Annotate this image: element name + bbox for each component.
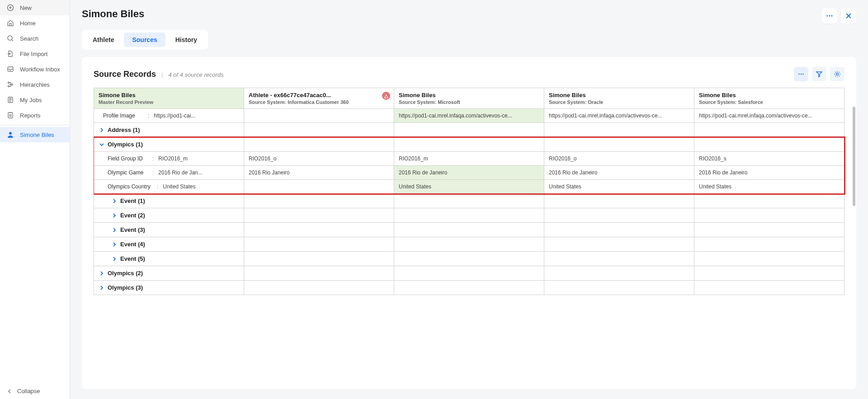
tabs: Athlete Sources History: [82, 30, 208, 50]
svg-point-9: [827, 15, 828, 17]
svg-point-13: [801, 74, 802, 75]
warning-badge-icon: △: [382, 92, 390, 100]
close-button[interactable]: [841, 8, 856, 23]
column-header-source: Simone Biles Source System: Microsoft: [394, 88, 544, 109]
table-row: Olympic Game:2016 Rio de Jan... 2016 Rio…: [94, 166, 844, 180]
svg-point-5: [12, 84, 13, 85]
reports-icon: [6, 111, 14, 119]
filter-button[interactable]: [812, 67, 826, 81]
card-subtitle: 4 of 4 source records: [168, 71, 223, 78]
sidebar-item-search[interactable]: Search: [0, 31, 70, 46]
svg-point-14: [802, 74, 804, 75]
sidebar: New Home Search File Import Workflow Inb…: [0, 0, 70, 399]
collapse-label: Collapse: [17, 388, 40, 394]
card-title: Source Records: [94, 70, 156, 79]
filter-icon: [816, 70, 823, 78]
column-header-source: Athlete - ex66c77ce47acac0... Source Sys…: [244, 88, 394, 109]
table-group-row[interactable]: Event (5): [94, 252, 844, 266]
sidebar-item-record[interactable]: Simone Biles: [0, 127, 70, 142]
hierarchy-icon: [6, 80, 14, 89]
chevron-right-icon: [99, 270, 105, 277]
table-group-row[interactable]: Address (1): [94, 123, 844, 137]
main-content: Simone Biles Athlete Sources History Sou…: [70, 0, 868, 399]
sidebar-item-label: File Import: [20, 51, 47, 57]
search-icon: [6, 34, 14, 42]
sidebar-item-label: Simone Biles: [20, 131, 54, 138]
table-group-row[interactable]: Event (3): [94, 223, 844, 237]
close-icon: [845, 12, 852, 19]
table-group-row[interactable]: Event (4): [94, 237, 844, 252]
table-group-row[interactable]: Olympics (2): [94, 266, 844, 281]
chevron-right-icon: [111, 212, 118, 219]
source-records-table: Simone Biles Master Record Preview Athle…: [94, 88, 856, 295]
sidebar-item-label: My Jobs: [20, 97, 42, 103]
svg-point-8: [9, 132, 12, 135]
inbox-icon: [6, 65, 14, 73]
sidebar-item-workflow-inbox[interactable]: Workflow Inbox: [0, 61, 70, 77]
jobs-icon: [6, 96, 14, 104]
more-horizontal-icon: [797, 70, 805, 78]
chevron-down-icon: [99, 141, 105, 148]
sidebar-item-new[interactable]: New: [0, 0, 70, 15]
sidebar-item-hierarchies[interactable]: Hierarchies: [0, 77, 70, 92]
sidebar-item-label: Search: [20, 35, 38, 42]
tab-athlete[interactable]: Athlete: [85, 33, 122, 47]
column-header-master: Simone Biles Master Record Preview: [94, 88, 244, 109]
source-records-card: Source Records | 4 of 4 source records: [82, 57, 856, 389]
chevron-right-icon: [99, 285, 105, 291]
svg-point-3: [8, 82, 9, 84]
page-title: Simone Biles: [82, 8, 144, 20]
svg-point-15: [836, 73, 839, 75]
chevron-right-icon: [111, 198, 118, 204]
sidebar-item-file-import[interactable]: File Import: [0, 46, 70, 61]
table-group-row[interactable]: Olympics (3): [94, 281, 844, 295]
more-actions-button[interactable]: [822, 8, 837, 23]
table-group-row[interactable]: Event (1): [94, 194, 844, 208]
more-horizontal-icon: [826, 12, 834, 20]
column-header-source: Simone Biles Source System: Salesforce: [694, 88, 844, 109]
table-row: Field Group ID:RIO2016_m RIO2016_o RIO20…: [94, 152, 844, 166]
gear-icon: [834, 70, 841, 78]
person-icon: [6, 131, 14, 139]
scrollbar[interactable]: [853, 107, 855, 293]
chevron-right-icon: [111, 227, 118, 233]
sidebar-item-label: New: [20, 5, 32, 11]
table-row: Profile Image:https://pod1-cai... https:…: [94, 109, 844, 123]
card-more-button[interactable]: [794, 67, 808, 81]
table-group-row-olympics-1[interactable]: Olympics (1): [94, 137, 844, 152]
import-icon: [6, 50, 14, 58]
svg-point-11: [831, 15, 833, 17]
table-row: Olympics Country:United States United St…: [94, 180, 844, 194]
column-header-source: Simone Biles Source System: Oracle: [544, 88, 694, 109]
sidebar-item-home[interactable]: Home: [0, 15, 70, 31]
svg-point-4: [8, 86, 9, 87]
sidebar-item-reports[interactable]: Reports: [0, 108, 70, 123]
svg-point-10: [829, 15, 830, 17]
svg-rect-7: [8, 113, 13, 118]
sidebar-item-label: Home: [20, 20, 36, 27]
sidebar-item-label: Reports: [20, 112, 41, 119]
svg-point-1: [8, 36, 12, 40]
tab-sources[interactable]: Sources: [124, 33, 165, 47]
chevron-left-icon: [6, 388, 13, 394]
sidebar-item-label: Workflow Inbox: [20, 66, 60, 73]
chevron-right-icon: [111, 241, 118, 248]
table-group-row[interactable]: Event (2): [94, 208, 844, 223]
home-icon: [6, 19, 14, 27]
sidebar-item-label: Hierarchies: [20, 81, 50, 88]
svg-point-12: [798, 74, 800, 75]
tab-history[interactable]: History: [167, 33, 205, 47]
plus-icon: [6, 4, 14, 12]
sidebar-item-my-jobs[interactable]: My Jobs: [0, 92, 70, 108]
settings-button[interactable]: [830, 67, 844, 81]
chevron-right-icon: [99, 127, 105, 133]
sidebar-collapse[interactable]: Collapse: [0, 383, 70, 399]
chevron-right-icon: [111, 256, 118, 262]
